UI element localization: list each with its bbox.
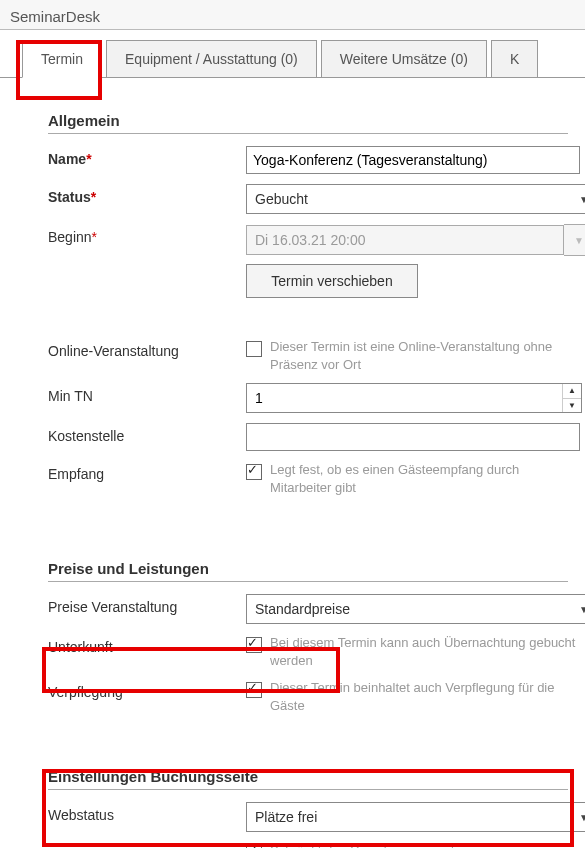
chevron-down-icon: ▼ [579,812,585,823]
label-kostenstelle: Kostenstelle [48,423,246,444]
label-registrierung: Registrierung von/bis [48,842,246,848]
tab-strip: Termin Equipment / Ausstattung (0) Weite… [0,40,585,78]
label-preise-veranstaltung: Preise Veranstaltung [48,594,246,615]
name-input[interactable] [246,146,580,174]
chevron-down-icon: ▼ [579,604,585,615]
label-status: Status* [48,184,246,205]
tab-equipment[interactable]: Equipment / Ausstattung (0) [106,40,317,78]
empfang-desc: Legt fest, ob es einen Gästeempfang durc… [270,461,580,496]
spinner-up-icon[interactable]: ▲ [563,384,581,399]
label-name: Name* [48,146,246,167]
unterkunft-desc: Bei diesem Termin kann auch Übernachtung… [270,634,580,669]
preise-veranstaltung-value: Standardpreise [255,601,350,617]
status-select-value: Gebucht [255,191,308,207]
webstatus-value: Plätze frei [255,809,317,825]
label-min-tn: Min TN [48,383,246,404]
label-verpflegung: Verpflegung [48,679,246,700]
tab-overflow[interactable]: K [491,40,538,78]
verpflegung-desc: Dieser Termin beinhaltet auch Verpflegun… [270,679,580,714]
min-tn-spinner[interactable]: ▲ ▼ [246,383,582,413]
begin-date-input: Di 16.03.21 20:00 [246,225,564,255]
window-title: SeminarDesk [0,0,585,30]
registrierung-desc: Schränkt den Registrierungszeitraum ein [270,842,505,848]
section-header-allgemein: Allgemein [48,112,568,134]
unterkunft-checkbox[interactable] [246,637,262,653]
tab-weitere-umsaetze[interactable]: Weitere Umsätze (0) [321,40,487,78]
kostenstelle-input[interactable] [246,423,580,451]
section-header-preise: Preise und Leistungen [48,560,568,582]
webstatus-select[interactable]: Plätze frei ▼ [246,802,585,832]
reschedule-button[interactable]: Termin verschieben [246,264,418,298]
online-checkbox[interactable] [246,341,262,357]
min-tn-input[interactable] [247,384,562,412]
label-beginn: Beginn* [48,224,246,245]
label-online-veranstaltung: Online-Veranstaltung [48,338,246,359]
empfang-checkbox[interactable] [246,464,262,480]
begin-date-dropdown-icon: ▼ [564,224,585,256]
tab-termin[interactable]: Termin [22,40,102,78]
spinner-down-icon[interactable]: ▼ [563,399,581,413]
chevron-down-icon: ▼ [579,194,585,205]
label-unterkunft: Unterkunft [48,634,246,655]
label-webstatus: Webstatus [48,802,246,823]
label-empfang: Empfang [48,461,246,482]
online-desc: Dieser Termin ist eine Online-Veranstalt… [270,338,580,373]
verpflegung-checkbox[interactable] [246,682,262,698]
status-select[interactable]: Gebucht ▼ [246,184,585,214]
preise-veranstaltung-select[interactable]: Standardpreise ▼ [246,594,585,624]
section-header-buchungsseite: Einstellungen Buchungsseite [48,768,568,790]
